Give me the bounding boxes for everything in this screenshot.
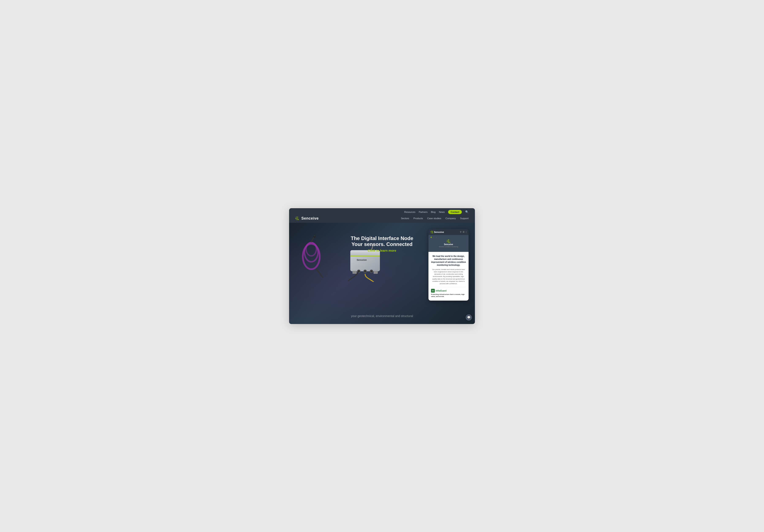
- mobile-banner: Senceive Wireless condition monitoring: [429, 235, 469, 252]
- mobile-dot: [431, 233, 431, 233]
- hero-text-block: The Digital Interface Node Your sensors.…: [351, 223, 413, 252]
- mobile-search-icon[interactable]: ⚲: [460, 231, 462, 233]
- mobile-dot: [431, 231, 431, 231]
- info-card: We lead the world in the design, manufac…: [429, 252, 469, 301]
- logo-area: Senceive: [295, 216, 319, 221]
- banner-dot: [433, 237, 434, 238]
- banner-logo-dot: [449, 241, 450, 241]
- mobile-dot: [433, 233, 433, 233]
- info-card-title: We lead the world in the design, manufac…: [431, 255, 466, 267]
- banner-dot-active: [431, 237, 432, 238]
- logo-dot: [297, 218, 297, 219]
- logo-text[interactable]: Senceive: [301, 216, 319, 221]
- right-side-cards: Senceive ⚲ ☰ 〈: [429, 229, 469, 301]
- mobile-dot: [432, 231, 432, 231]
- nav-partners-link[interactable]: Partners: [419, 211, 428, 213]
- mobile-banner-nav-dots: [431, 237, 437, 238]
- mobile-dot: [431, 232, 431, 232]
- hero-section: The Digital Interface Node Your sensors.…: [289, 223, 475, 324]
- mobile-logo: Senceive: [431, 231, 444, 233]
- banner-logo-dots: [447, 239, 450, 243]
- nav-case-studies-link[interactable]: Case studies: [427, 217, 441, 219]
- logo-dot: [295, 217, 296, 217]
- logo-dot: [298, 219, 299, 220]
- info-card-body: Our precise, durable and robust products…: [431, 268, 466, 285]
- logo-dot: [298, 218, 299, 219]
- cable-decoration: [300, 235, 325, 278]
- nav-bottom-bar: Senceive Sectors Products Case studies C…: [295, 215, 469, 223]
- banner-logo-dot: [448, 241, 449, 241]
- nav-sectors-link[interactable]: Sectors: [401, 217, 409, 219]
- logo-dot: [297, 217, 297, 217]
- banner-logo-dot: [448, 239, 449, 240]
- hero-cta-link[interactable]: Click to learn more: [351, 249, 413, 252]
- navbar: Resources Partners Blog News Contact 🔍: [289, 208, 475, 223]
- browser-window: Resources Partners Blog News Contact 🔍: [289, 208, 475, 324]
- mobile-action-icons: ⚲ ☰ 〈: [460, 231, 467, 233]
- mobile-menu-icon[interactable]: ☰: [463, 231, 465, 233]
- logo-dot: [295, 219, 296, 220]
- mobile-logo-dots: [431, 231, 433, 233]
- banner-logo-dot: [449, 242, 450, 243]
- nav-top-bar: Resources Partners Blog News Contact 🔍: [295, 208, 469, 215]
- svg-rect-6: [314, 235, 315, 236]
- mobile-dot: [433, 231, 433, 231]
- infraguard-text: infraGuard: [436, 290, 447, 292]
- svg-point-18: [370, 270, 372, 272]
- banner-logo-name: Senceive: [444, 243, 453, 245]
- logo-dots-icon: [295, 217, 299, 220]
- contact-button[interactable]: Contact: [448, 210, 462, 214]
- mobile-banner-logo: Senceive Wireless condition monitoring: [439, 239, 458, 247]
- nav-support-link[interactable]: Support: [460, 217, 469, 219]
- banner-logo-dot: [447, 241, 448, 241]
- nav-products-link[interactable]: Products: [414, 217, 423, 219]
- hero-bottom-text: your geotechnical, environmental and str…: [289, 314, 475, 318]
- svg-rect-9: [350, 256, 380, 256]
- nav-news-link[interactable]: News: [439, 211, 445, 213]
- svg-text:Senceive: Senceive: [357, 259, 367, 261]
- mobile-mockup: Senceive ⚲ ☰ 〈: [429, 229, 469, 301]
- banner-logo-dot: [447, 242, 448, 243]
- infraguard-section: iG infraGuard Protecting infrastructure …: [431, 287, 466, 298]
- banner-logo-dot: [447, 239, 448, 240]
- banner-dot: [436, 237, 437, 238]
- svg-rect-20: [374, 271, 378, 274]
- logo-dot: [298, 217, 299, 217]
- mobile-dot: [432, 232, 432, 232]
- nav-main-links: Sectors Products Case studies Company Su…: [401, 217, 469, 219]
- hero-title: The Digital Interface Node Your sensors.…: [351, 235, 413, 248]
- svg-line-4: [316, 269, 323, 278]
- nav-company-link[interactable]: Company: [446, 217, 456, 219]
- banner-logo-dot: [448, 242, 449, 243]
- mobile-dot: [432, 233, 432, 233]
- mobile-dot: [433, 232, 433, 232]
- search-icon[interactable]: 🔍: [465, 210, 469, 213]
- mobile-logo-text: Senceive: [434, 231, 444, 233]
- mobile-topbar: Senceive ⚲ ☰ 〈: [429, 229, 469, 235]
- mobile-globe-icon[interactable]: 〈: [466, 231, 467, 233]
- nav-blog-link[interactable]: Blog: [431, 211, 436, 213]
- svg-rect-19: [352, 271, 357, 274]
- infraguard-icon: iG: [431, 289, 435, 293]
- banner-logo-subtitle: Wireless condition monitoring: [439, 246, 458, 247]
- svg-point-16: [364, 270, 366, 272]
- infraguard-tagline: Protecting infrastructure that is remote…: [431, 293, 466, 298]
- logo-dot: [295, 218, 296, 219]
- infraguard-logo: iG infraGuard: [431, 289, 447, 293]
- nav-resources-link[interactable]: Resources: [404, 211, 415, 213]
- banner-logo-dot: [449, 239, 450, 240]
- logo-dot: [297, 219, 297, 220]
